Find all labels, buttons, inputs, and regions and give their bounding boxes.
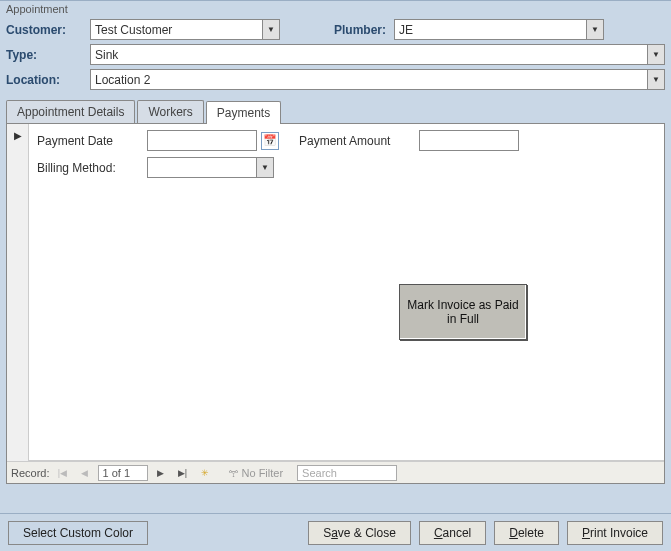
chevron-down-icon[interactable]: ▼	[586, 20, 603, 39]
plumber-value: JE	[395, 23, 586, 37]
tab-workers[interactable]: Workers	[137, 100, 203, 123]
billing-method-label: Billing Method:	[37, 161, 147, 175]
plumber-label: Plumber:	[310, 23, 394, 37]
customer-value: Test Customer	[91, 23, 262, 37]
delete-button[interactable]: Delete	[494, 521, 559, 545]
billing-method-combo[interactable]: ▼	[147, 157, 274, 178]
filter-icon: 🝖	[228, 467, 239, 479]
select-custom-color-button[interactable]: Select Custom Color	[8, 521, 148, 545]
customer-combo[interactable]: Test Customer ▼	[90, 19, 280, 40]
recordnav-label: Record:	[11, 467, 50, 479]
location-label: Location:	[6, 73, 90, 87]
chevron-down-icon[interactable]: ▼	[262, 20, 279, 39]
location-value: Location 2	[91, 73, 647, 87]
type-combo[interactable]: Sink ▼	[90, 44, 665, 65]
save-close-button[interactable]: Save & Close	[308, 521, 411, 545]
location-combo[interactable]: Location 2 ▼	[90, 69, 665, 90]
print-invoice-button[interactable]: Print Invoice	[567, 521, 663, 545]
customer-label: Customer:	[6, 23, 90, 37]
no-filter-label: 🝖 No Filter	[228, 467, 284, 479]
record-position[interactable]: 1 of 1	[98, 465, 148, 481]
type-value: Sink	[91, 48, 647, 62]
nav-new-icon[interactable]: ✳	[196, 465, 214, 481]
chevron-down-icon[interactable]: ▼	[647, 70, 664, 89]
tab-appointment-details[interactable]: Appointment Details	[6, 100, 135, 123]
record-selector-icon[interactable]: ▶	[7, 124, 28, 141]
chevron-down-icon[interactable]: ▼	[256, 158, 273, 177]
payment-date-label: Payment Date	[37, 134, 147, 148]
nav-prev-icon[interactable]: ◀	[76, 465, 94, 481]
cancel-button[interactable]: Cancel	[419, 521, 486, 545]
chevron-down-icon[interactable]: ▼	[647, 45, 664, 64]
tab-payments[interactable]: Payments	[206, 101, 281, 124]
nav-first-icon[interactable]: |◀	[54, 465, 72, 481]
nav-last-icon[interactable]: ▶|	[174, 465, 192, 481]
payment-amount-input[interactable]	[419, 130, 519, 151]
payment-date-input[interactable]	[147, 130, 257, 151]
window-title: Appointment	[0, 0, 671, 15]
calendar-icon[interactable]: 📅	[261, 132, 279, 150]
plumber-combo[interactable]: JE ▼	[394, 19, 604, 40]
type-label: Type:	[6, 48, 90, 62]
recordnav-search-input[interactable]: Search	[297, 465, 397, 481]
nav-next-icon[interactable]: ▶	[152, 465, 170, 481]
payment-amount-label: Payment Amount	[299, 134, 419, 148]
mark-invoice-paid-button[interactable]: Mark Invoice as Paid in Full	[399, 284, 527, 340]
